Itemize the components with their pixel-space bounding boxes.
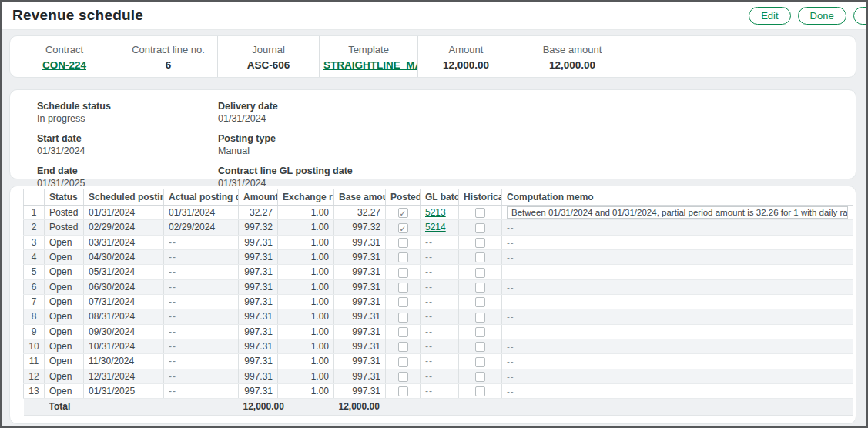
- col-gl-batch: GL batch: [421, 189, 459, 206]
- scheduled-posting-date-cell: 02/29/2024: [84, 220, 164, 235]
- posted-checkbox[interactable]: [398, 252, 408, 262]
- historical-checkbox[interactable]: [475, 238, 485, 248]
- gl-batch-cell: --: [421, 309, 459, 324]
- posting-type-label: Posting type: [218, 132, 856, 145]
- gl-batch-link[interactable]: 5213: [425, 207, 446, 218]
- posted-cell: [386, 235, 421, 249]
- total-empty-rate: [278, 399, 334, 416]
- base-amount-cell: 997.31: [334, 339, 386, 353]
- posted-checkbox[interactable]: ✓: [398, 208, 408, 218]
- computation-memo-cell: --: [502, 279, 853, 294]
- gl-batch-cell: --: [421, 235, 459, 249]
- status-cell: Open: [45, 265, 84, 279]
- gl-batch-cell: --: [421, 249, 459, 264]
- status-cell: Open: [45, 249, 84, 264]
- historical-checkbox[interactable]: [475, 386, 485, 396]
- historical-checkbox[interactable]: [475, 297, 485, 307]
- status-cell: Open: [45, 339, 84, 353]
- historical-checkbox[interactable]: [475, 252, 485, 262]
- computation-memo-cell: --: [502, 249, 853, 264]
- total-empty-scheduled: [84, 399, 164, 416]
- posted-checkbox[interactable]: [398, 297, 408, 307]
- posted-checkbox[interactable]: ✓: [398, 223, 408, 233]
- base-amount-label: Base amount: [543, 44, 602, 55]
- row-number: 10: [24, 339, 45, 353]
- posted-cell: ✓: [386, 220, 421, 235]
- schedule-row: 3Open03/31/2024--997.311.00997.31----: [24, 235, 853, 249]
- help-button[interactable]: H: [853, 7, 868, 25]
- posted-checkbox[interactable]: [398, 327, 408, 337]
- status-cell: Open: [45, 354, 84, 369]
- historical-checkbox[interactable]: [475, 208, 485, 218]
- actual-posting-date-cell: --: [164, 369, 239, 383]
- col-row-number: [24, 189, 45, 206]
- gl-batch-cell: --: [421, 369, 459, 383]
- computation-memo-cell: --: [502, 354, 853, 369]
- gl-batch-cell: --: [421, 279, 459, 294]
- status-cell: Open: [45, 235, 84, 249]
- historical-checkbox[interactable]: [475, 357, 485, 367]
- amount-cell: 997.31: [239, 383, 278, 398]
- contract-link[interactable]: CON-224: [42, 59, 86, 71]
- contract-line-gl-posting-date-field: Contract line GL posting date 01/31/2024: [218, 165, 856, 190]
- computation-memo-cell: --: [502, 235, 853, 249]
- schedule-row: 7Open07/31/2024--997.311.00997.31----: [24, 294, 853, 309]
- historical-checkbox[interactable]: [475, 372, 485, 382]
- scheduled-posting-date-cell: 10/31/2024: [84, 339, 164, 353]
- posted-checkbox[interactable]: [398, 357, 408, 367]
- base-amount-cell: 997.31: [334, 249, 386, 264]
- posted-checkbox[interactable]: [398, 386, 408, 396]
- posted-cell: [386, 324, 421, 339]
- exchange-rate-cell: 1.00: [278, 279, 334, 294]
- historical-checkbox[interactable]: [475, 283, 485, 293]
- historical-cell: [459, 324, 502, 339]
- gl-batch-link[interactable]: 5214: [425, 222, 446, 232]
- posted-checkbox[interactable]: [398, 268, 408, 278]
- posted-checkbox[interactable]: [398, 313, 408, 323]
- posted-checkbox[interactable]: [398, 283, 408, 293]
- historical-cell: [459, 369, 502, 383]
- actual-posting-date-cell: 02/29/2024: [164, 220, 239, 235]
- schedule-row: 4Open04/30/2024--997.311.00997.31----: [24, 249, 853, 264]
- amount-cell: 997.31: [239, 369, 278, 383]
- posted-checkbox[interactable]: [398, 372, 408, 382]
- start-date-field: Start date 01/31/2024: [37, 132, 218, 158]
- col-posted: Posted: [386, 189, 421, 206]
- base-amount-cell: 997.31: [334, 279, 386, 294]
- status-cell: Open: [45, 279, 84, 294]
- gl-batch-cell: 5214: [421, 220, 459, 235]
- total-empty-posted: [386, 399, 421, 416]
- summary-journal: Journal ASC-606: [218, 36, 320, 77]
- historical-checkbox[interactable]: [475, 313, 485, 323]
- computation-memo-cell: --: [502, 294, 853, 309]
- scheduled-posting-date-cell: 07/31/2024: [84, 294, 164, 309]
- actual-posting-date-cell: --: [164, 235, 239, 249]
- historical-checkbox[interactable]: [475, 268, 485, 278]
- amount-cell: 997.31: [239, 265, 278, 279]
- posted-cell: [386, 265, 421, 279]
- base-amount-cell: 997.32: [334, 220, 386, 235]
- posted-checkbox[interactable]: [398, 342, 408, 352]
- done-button[interactable]: Done: [798, 7, 846, 25]
- amount-cell: 997.31: [239, 324, 278, 339]
- posted-cell: [386, 309, 421, 324]
- edit-button[interactable]: Edit: [749, 7, 790, 25]
- posted-checkbox[interactable]: [398, 238, 408, 248]
- historical-checkbox[interactable]: [475, 342, 485, 352]
- gl-batch-cell: --: [421, 383, 459, 398]
- actual-posting-date-cell: 01/31/2024: [164, 206, 239, 220]
- template-link[interactable]: STRAIGHTLINE_MANUAL: [321, 59, 418, 71]
- schedule-row: 12Open12/31/2024--997.311.00997.31----: [24, 369, 853, 383]
- row-number: 2: [24, 220, 45, 235]
- gl-batch-cell: --: [421, 354, 459, 369]
- amount-cell: 997.32: [239, 220, 278, 235]
- actual-posting-date-cell: --: [164, 339, 239, 353]
- base-amount-cell: 997.31: [334, 324, 386, 339]
- schedule-row: 9Open09/30/2024--997.311.00997.31----: [24, 324, 853, 339]
- base-amount-cell: 997.31: [334, 309, 386, 324]
- historical-checkbox[interactable]: [475, 327, 485, 337]
- scheduled-posting-date-cell: 01/31/2025: [84, 383, 164, 398]
- posted-cell: ✓: [386, 206, 421, 220]
- total-empty-glbatch: [421, 399, 459, 416]
- historical-checkbox[interactable]: [475, 223, 485, 233]
